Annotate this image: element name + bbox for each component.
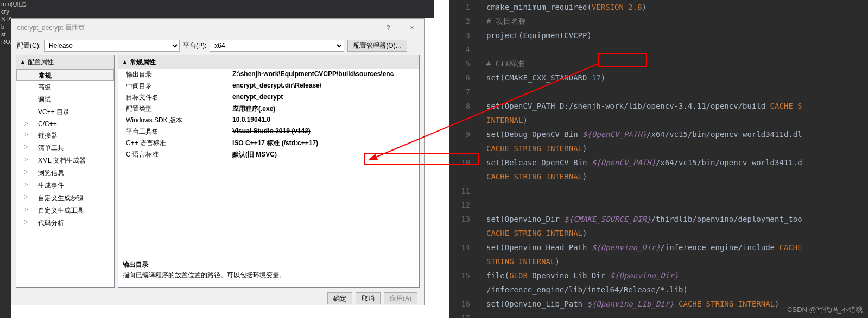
prop-value[interactable]: 应用程序(.exe) [232,104,419,114]
desc-body: 指向已编译程序的放置位置的路径。可以包括环境变量。 [123,271,415,280]
watermark: CSDN @写代码_不错哦 [787,305,863,315]
apply-button[interactable]: 应用(A) [384,292,417,304]
property-row[interactable]: C 语言标准默认(旧 MSVC) [118,149,419,160]
desc-title: 输出目录 [123,260,415,270]
tree-item[interactable]: VC++ 目录 [16,106,114,119]
line-number: 6 [449,71,470,85]
prop-value[interactable]: 默认(旧 MSVC) [232,150,419,159]
tree-item[interactable]: 调试 [16,93,114,106]
prop-key: C 语言标准 [118,150,232,159]
tree-item[interactable]: ▷代码分析 [16,217,114,229]
prop-header[interactable]: ▲ 常规属性 [118,55,419,69]
expand-icon[interactable]: ▷ [24,206,28,212]
tree-item[interactable]: 高级 [16,81,114,93]
tree-item[interactable]: ▷自定义生成步骤 [16,192,114,204]
property-row[interactable]: C++ 语言标准ISO C++17 标准 (/std:c++17) [118,138,419,149]
vs-strip-item: ROJ [0,38,11,46]
code-line[interactable]: set(Openvino_Dir ${CMAKE_SOURCE_DIR}/thi… [486,212,868,226]
config-select[interactable]: Release [44,40,180,52]
tree-item[interactable]: ▷生成事件 [16,179,114,192]
prop-value[interactable]: ISO C++17 标准 (/std:c++17) [232,139,419,148]
line-number: 12 [449,198,470,212]
line-number: 16 [449,297,470,311]
code-line[interactable] [486,42,868,57]
code-line[interactable]: file(GLOB Openvino_Lib_Dir ${Openvino_Di… [486,269,868,283]
code-content[interactable]: cmake_minimum_required(VERSION 2.8)# 项目名… [486,0,868,318]
property-tree[interactable]: ▲ 配置属性 常规高级调试VC++ 目录▷C/C++▷链接器▷清单工具▷XML … [16,55,115,288]
prop-value[interactable]: Visual Studio 2019 (v142) [232,127,419,136]
code-line[interactable]: project(EquipmentCVCPP) [486,28,868,42]
expand-icon[interactable]: ▷ [24,156,28,162]
line-number: 1 [449,0,470,14]
vs-strip-item: st [0,30,11,38]
code-line[interactable]: set(Openvino_Head_Path ${Openvino_Dir}/i… [486,240,868,254]
ok-button[interactable]: 确定 [327,292,352,304]
tree-item-label: 代码分析 [38,219,64,227]
tree-item[interactable]: ▷浏览信息 [16,167,114,179]
expand-icon[interactable]: ▷ [24,120,28,126]
tree-item[interactable]: ▷清单工具 [16,142,114,154]
line-number: 17 [449,311,470,318]
code-line[interactable]: INTERNAL) [486,113,868,127]
prop-value[interactable]: Z:\shenjh-work\EquipmentCVCPP\build\sour… [232,70,419,79]
property-list: 输出目录Z:\shenjh-work\EquipmentCVCPP\build\… [118,69,419,257]
line-number: 3 [449,28,470,42]
dialog-footer: 确定 取消 应用(A) [11,288,424,309]
tree-item-label: 自定义生成工具 [38,207,84,214]
property-row[interactable]: 输出目录Z:\shenjh-work\EquipmentCVCPP\build\… [118,69,419,80]
vs-solution-strip: mmoncrySTAbstROJ [0,0,11,318]
code-line[interactable] [486,184,868,198]
code-line[interactable] [486,198,868,212]
tree-item-label: XML 文档生成器 [38,157,86,164]
config-manager-button[interactable]: 配置管理器(O)... [347,40,407,52]
code-line[interactable]: # 项目名称 [486,14,868,28]
line-number [449,170,470,184]
expand-icon[interactable]: ▷ [24,181,28,187]
code-line[interactable]: # C++标准 [486,57,868,71]
tree-item-label: 调试 [38,96,51,103]
code-line[interactable]: set(Release_OpenCV_Bin ${OpenCV_PATH}/x6… [486,155,868,170]
property-row[interactable]: Windows SDK 版本10.0.19041.0 [118,115,419,126]
tree-item[interactable]: ▷自定义生成工具 [16,204,114,217]
property-pages-dialog: encrypt_decrypt 属性页 ? × 配置(C): Release 平… [11,18,425,305]
code-line[interactable]: CACHE STRING INTERNAL) [486,141,868,155]
property-row[interactable]: 配置类型应用程序(.exe) [118,103,419,115]
help-icon[interactable]: ? [376,19,400,36]
code-line[interactable]: STRING INTERNAL) [486,254,868,269]
prop-value[interactable]: encrypt_decrypt.dir\Release\ [232,82,419,91]
tree-item[interactable]: ▷链接器 [16,129,114,142]
code-line[interactable]: /inference_engine/lib/intel64/Release/*.… [486,283,868,297]
code-line[interactable]: set(Debug_OpenCV_Bin ${OpenCV_PATH}/x64/… [486,127,868,141]
expand-icon[interactable]: ▷ [24,194,28,199]
platform-select[interactable]: x64 [210,40,344,52]
tree-item[interactable]: ▷XML 文档生成器 [16,154,114,167]
tree-item-label: 常规 [39,72,52,79]
line-number [449,141,470,155]
code-line[interactable] [486,85,868,99]
close-icon[interactable]: × [400,19,424,36]
line-number: 13 [449,212,470,226]
code-line[interactable]: set(CMAKE_CXX_STANDARD 17) [486,71,868,85]
property-row[interactable]: 平台工具集Visual Studio 2019 (v142) [118,126,419,138]
code-line[interactable]: set(OpenCV_PATH D:/shenjh-work/lib/openc… [486,99,868,113]
expand-icon[interactable]: ▷ [24,169,28,174]
code-line[interactable]: cmake_minimum_required(VERSION 2.8) [486,0,868,14]
dialog-titlebar[interactable]: encrypt_decrypt 属性页 ? × [11,19,424,36]
line-number: 10 [449,155,470,170]
property-row[interactable]: 中间目录encrypt_decrypt.dir\Release\ [118,80,419,92]
cancel-button[interactable]: 取消 [356,292,381,304]
tree-item[interactable]: ▷C/C++ [16,119,114,129]
expand-icon[interactable]: ▷ [24,219,28,225]
prop-value[interactable]: encrypt_decrypt [232,93,419,102]
tree-item[interactable]: 常规 [16,69,114,81]
tree-item-label: C/C++ [38,120,57,128]
expand-icon[interactable]: ▷ [24,131,28,137]
prop-value[interactable]: 10.0.19041.0 [232,116,419,125]
code-line[interactable]: CACHE STRING INTERNAL) [486,170,868,184]
expand-icon[interactable]: ▷ [24,144,28,149]
code-editor[interactable]: 12345678910111213141516171819202122 cmak… [449,0,868,318]
property-row[interactable]: 目标文件名encrypt_decrypt [118,92,419,103]
line-gutter: 12345678910111213141516171819202122 [449,0,480,318]
tree-header[interactable]: ▲ 配置属性 [16,55,114,69]
code-line[interactable]: CACHE STRING INTERNAL) [486,226,868,240]
